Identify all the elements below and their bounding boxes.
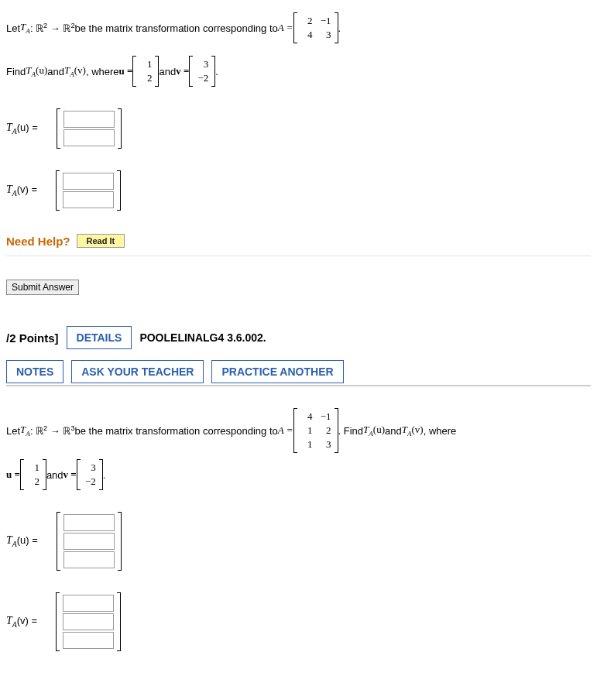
andv: and	[159, 66, 176, 77]
period2: .	[215, 66, 218, 77]
q2-uv: u = 12 and v = 3−2 .	[6, 459, 591, 490]
q2-tav-3[interactable]	[63, 632, 114, 649]
details-button[interactable]: DETAILS	[67, 326, 132, 349]
vec-u2: 12	[20, 459, 46, 490]
q2-subheader: NOTES ASK YOUR TEACHER PRACTICE ANOTHER	[6, 360, 591, 386]
points: /2 Points]	[6, 331, 59, 345]
q1-intro: Let TA : ℝ2 → ℝ2 be the matrix transform…	[6, 12, 591, 43]
map: : ℝ2 → ℝ2	[30, 22, 75, 34]
Aeq2: A =	[278, 424, 293, 437]
q2-tau-row: TA(u) =	[6, 512, 591, 571]
vec-v2: 3−2	[77, 459, 103, 490]
Tv2: TA(v)	[402, 424, 424, 438]
body2: be the matrix transformation correspondi…	[74, 425, 277, 437]
find2: . Find	[338, 425, 364, 437]
read-it-button[interactable]: Read It	[77, 234, 125, 248]
divider	[6, 256, 591, 256]
q2-tau-answer	[57, 512, 122, 571]
where2: , where	[424, 425, 457, 437]
Tv: TA(v)	[64, 64, 86, 78]
tau-answer	[57, 108, 122, 149]
tav-answer	[56, 170, 121, 211]
q2-tav-1[interactable]	[63, 595, 114, 612]
practice-another-button[interactable]: PRACTICE ANOTHER	[211, 360, 343, 383]
tau-label: TA(u) =	[6, 122, 38, 136]
q1-tav-2[interactable]	[63, 191, 114, 208]
v_eq2: v =	[63, 468, 77, 481]
q2-tau-3[interactable]	[63, 551, 115, 568]
notes-button[interactable]: NOTES	[6, 360, 63, 383]
map2: : ℝ2 → ℝ3	[30, 424, 75, 437]
q1-tau-1[interactable]	[63, 111, 115, 128]
q1-tav-1[interactable]	[63, 173, 114, 190]
and2: and	[385, 425, 402, 437]
tav-label: TA(v) =	[6, 184, 37, 197]
q1-tau-2[interactable]	[63, 129, 115, 146]
and: and	[47, 66, 64, 77]
submit-answer-button[interactable]: Submit Answer	[6, 280, 79, 295]
period: .	[338, 22, 341, 34]
matrix-A2: 411 −123	[293, 408, 338, 453]
q2-tau-1[interactable]	[63, 514, 115, 531]
q1-tau-row: TA(u) =	[6, 108, 591, 149]
q1-tav-row: TA(v) =	[6, 170, 591, 211]
q2-header: /2 Points] DETAILS POOLELINALG4 3.6.002.	[6, 326, 591, 349]
T: TA	[20, 21, 30, 35]
q2-tav-answer	[56, 592, 121, 651]
andv2: and	[46, 469, 63, 481]
q2-tav-label: TA(v) =	[6, 615, 37, 629]
u_eq2: u =	[6, 468, 20, 481]
text: Let	[6, 22, 20, 34]
Aeq: A =	[278, 22, 293, 34]
need-help-label: Need Help?	[6, 235, 70, 248]
q2-tav-2[interactable]	[63, 613, 114, 630]
need-help-row: Need Help? Read It	[6, 234, 591, 248]
where: , where	[86, 66, 119, 77]
matrix-A: 24 −13	[293, 12, 338, 43]
u_eq: u =	[119, 65, 133, 77]
Tu2: TA(u)	[363, 424, 385, 438]
vec-u: 12	[132, 56, 159, 87]
body: be the matrix transformation correspondi…	[74, 22, 277, 34]
text2: Let	[6, 425, 20, 437]
q2-tau-label: TA(u) =	[6, 534, 38, 548]
q2-intro: Let TA : ℝ2 → ℝ3 be the matrix transform…	[6, 408, 591, 453]
ask-teacher-button[interactable]: ASK YOUR TEACHER	[71, 360, 204, 383]
T2: TA	[20, 424, 30, 438]
period3: .	[103, 469, 106, 481]
q2-tau-2[interactable]	[63, 533, 115, 550]
Tu: TA(u)	[26, 64, 47, 78]
q2-tav-row: TA(v) =	[6, 592, 591, 651]
v_eq: v =	[176, 65, 189, 77]
source: POOLELINALG4 3.6.002.	[139, 331, 266, 344]
vec-v: 3−2	[189, 56, 215, 87]
find: Find	[6, 66, 26, 77]
q1-find: Find TA(u) and TA(v) , where u = 12 and …	[6, 56, 591, 87]
